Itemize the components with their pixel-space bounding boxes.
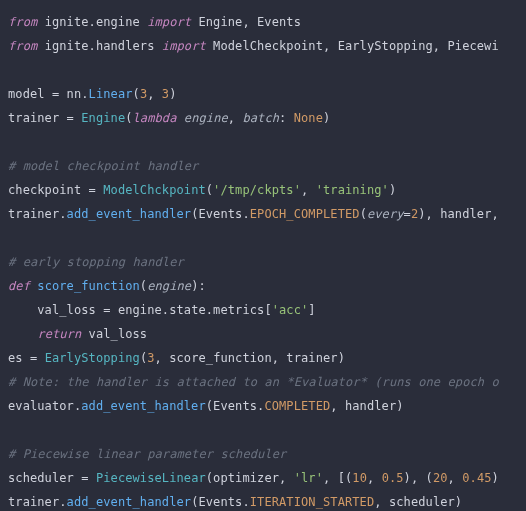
code-token: , — [448, 471, 463, 485]
code-token — [8, 327, 37, 341]
code-token: 20 — [433, 471, 448, 485]
code-token: 'training' — [316, 183, 389, 197]
code-token: = — [67, 111, 82, 125]
code-token: COMPLETED — [264, 399, 330, 413]
code-line: evaluator.add_event_handler(Events.COMPL… — [8, 399, 404, 413]
code-token: , — [147, 87, 162, 101]
code-token: = — [89, 183, 104, 197]
code-content: from ignite.engine import Engine, Events… — [8, 15, 499, 509]
code-token: 10 — [352, 471, 367, 485]
code-token: = — [404, 207, 411, 221]
code-token: # Note: the handler is attached to an *E… — [8, 375, 499, 389]
code-token: PiecewiseLinear — [96, 471, 206, 485]
code-token: add_event_handler — [81, 399, 206, 413]
code-line: # early stopping handler — [8, 255, 184, 269]
code-token: = — [81, 471, 96, 485]
code-token: Linear — [89, 87, 133, 101]
code-token: trainer — [8, 111, 67, 125]
code-token: ) — [169, 87, 176, 101]
code-token: ) — [323, 111, 330, 125]
code-token: ModelChckpoint — [103, 183, 206, 197]
code-token: 'lr' — [294, 471, 323, 485]
code-token: EPOCH_COMPLETED — [250, 207, 360, 221]
code-token: , — [367, 471, 382, 485]
code-line: def score_function(engine): — [8, 279, 206, 293]
code-token: # early stopping handler — [8, 255, 184, 269]
code-token: from — [8, 15, 45, 29]
code-line: from ignite.handlers import ModelCheckpo… — [8, 39, 499, 53]
code-line: # Piecewise linear parameter scheduler — [8, 447, 286, 461]
code-token: EarlyStopping — [45, 351, 140, 365]
code-token: engine — [184, 111, 228, 125]
code-token: add_event_handler — [67, 495, 192, 509]
code-token: , [( — [323, 471, 352, 485]
code-token: (Events. — [206, 399, 265, 413]
code-line: return val_loss — [8, 327, 147, 341]
code-token: , — [301, 183, 316, 197]
code-token: (Events. — [191, 495, 250, 509]
code-token: model — [8, 87, 52, 101]
code-token — [177, 111, 184, 125]
code-token: : — [279, 111, 294, 125]
code-token: nn. — [67, 87, 89, 101]
code-token: None — [294, 111, 323, 125]
code-token: trainer. — [8, 495, 67, 509]
code-token: batch — [242, 111, 279, 125]
code-token: ( — [360, 207, 367, 221]
code-token: ITERATION_STARTED — [250, 495, 375, 509]
code-line: val_loss = engine.state.metrics['acc'] — [8, 303, 316, 317]
code-line: from ignite.engine import Engine, Events — [8, 15, 301, 29]
code-token: evaluator. — [8, 399, 81, 413]
code-token: ): — [191, 279, 206, 293]
code-token: 0.5 — [382, 471, 404, 485]
code-line: es = EarlyStopping(3, score_function, tr… — [8, 351, 345, 365]
code-line: trainer.add_event_handler(Events.EPOCH_C… — [8, 207, 499, 221]
code-line: scheduler = PiecewiseLinear(optimizer, '… — [8, 471, 499, 485]
code-token: ), ( — [404, 471, 433, 485]
code-token: , scheduler) — [374, 495, 462, 509]
code-token: es — [8, 351, 30, 365]
code-token: , handler) — [330, 399, 403, 413]
code-token: , — [228, 111, 243, 125]
code-token: ), handler, — [418, 207, 499, 221]
code-line: # model checkpoint handler — [8, 159, 198, 173]
code-token: # Piecewise linear parameter scheduler — [8, 447, 286, 461]
code-line: checkpoint = ModelChckpoint('/tmp/ckpts'… — [8, 183, 396, 197]
code-token: import — [147, 15, 198, 29]
code-token: ] — [308, 303, 315, 317]
code-token: ModelCheckpoint, EarlyStopping, Piecewi — [213, 39, 499, 53]
code-token: 0.45 — [462, 471, 491, 485]
code-line: model = nn.Linear(3, 3) — [8, 87, 177, 101]
code-line: trainer = Engine(lambda engine, batch: N… — [8, 111, 330, 125]
code-token: # model checkpoint handler — [8, 159, 198, 173]
code-token: return — [37, 327, 88, 341]
code-token: = — [30, 351, 45, 365]
code-token: ( — [206, 183, 213, 197]
code-token: score_function — [37, 279, 140, 293]
code-token: (optimizer, — [206, 471, 294, 485]
code-token: = — [52, 87, 67, 101]
code-token: trainer. — [8, 207, 67, 221]
code-block: from ignite.engine import Engine, Events… — [0, 0, 526, 511]
code-line: trainer.add_event_handler(Events.ITERATI… — [8, 495, 462, 509]
code-token: engine — [147, 279, 191, 293]
code-token: Engine — [81, 111, 125, 125]
code-token: ) — [389, 183, 396, 197]
code-token: checkpoint — [8, 183, 89, 197]
code-token: ignite.handlers — [45, 39, 162, 53]
code-token: ( — [133, 87, 140, 101]
code-token: val_loss — [89, 327, 148, 341]
code-token: ( — [125, 111, 132, 125]
code-token: 3 — [147, 351, 154, 365]
code-token: from — [8, 39, 45, 53]
code-token: import — [162, 39, 213, 53]
code-token: scheduler — [8, 471, 81, 485]
code-token: def — [8, 279, 37, 293]
code-token: every — [367, 207, 404, 221]
code-token: Engine, Events — [198, 15, 301, 29]
code-token: val_loss — [8, 303, 103, 317]
code-token: ignite.engine — [45, 15, 148, 29]
code-token: '/tmp/ckpts' — [213, 183, 301, 197]
code-token: = — [103, 303, 118, 317]
code-token: lambda — [133, 111, 177, 125]
